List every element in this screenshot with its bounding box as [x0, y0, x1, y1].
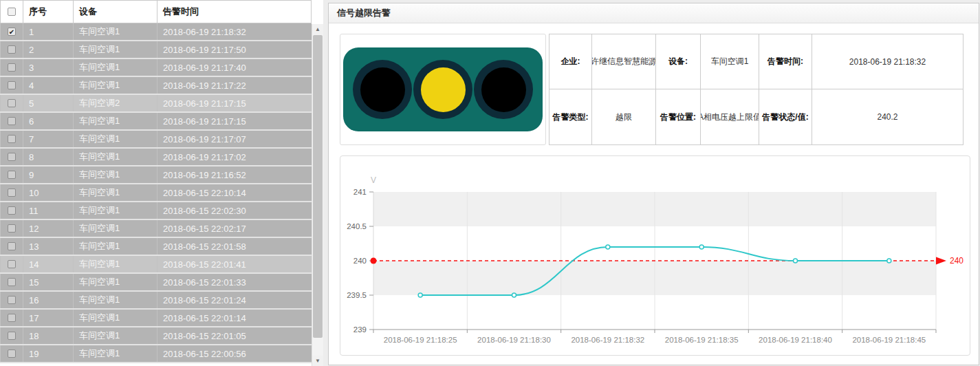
row-checkbox[interactable] [8, 278, 16, 286]
row-checkbox[interactable] [8, 189, 16, 197]
alarm-table-body: ✔ 1 车间空调1 2018-06-19 21:18:32 2 车间空调1 20… [0, 23, 312, 363]
row-device: 车间空调1 [73, 77, 157, 94]
table-row[interactable]: 16 车间空调1 2018-06-15 22:01:24 [0, 292, 312, 310]
info-label: 企业: [549, 34, 592, 89]
column-header-device: 设备 [73, 1, 157, 23]
row-index: 9 [23, 166, 73, 183]
row-index: 14 [23, 256, 73, 272]
row-time: 2018-06-15 22:01:41 [157, 256, 312, 272]
row-index: 7 [23, 131, 73, 147]
table-row[interactable]: 14 车间空调1 2018-06-15 22:01:41 [0, 256, 312, 274]
svg-text:240: 240 [950, 256, 963, 266]
row-time: 2018-06-19 21:17:15 [157, 95, 312, 111]
panel-title: 信号越限告警 [329, 3, 979, 23]
table-row[interactable]: 10 车间空调1 2018-06-15 22:10:14 [0, 184, 312, 202]
table-row[interactable]: 9 车间空调1 2018-06-19 21:16:52 [0, 166, 312, 184]
table-row[interactable]: 8 车间空调1 2018-06-19 21:17:02 [0, 149, 312, 166]
row-time: 2018-06-15 22:10:14 [157, 184, 312, 201]
table-row[interactable]: ✔ 1 车间空调1 2018-06-19 21:18:32 [0, 23, 312, 41]
row-time: 2018-06-19 21:17:07 [157, 131, 312, 147]
row-checkbox[interactable] [8, 99, 16, 107]
table-row[interactable]: 5 车间空调2 2018-06-19 21:17:15 [0, 95, 312, 113]
info-value: 许继信息智慧能源 [592, 34, 656, 89]
row-checkbox[interactable] [8, 224, 16, 233]
row-device: 车间空调1 [73, 274, 157, 290]
row-index: 4 [23, 77, 73, 94]
select-all-checkbox-cell [0, 1, 23, 23]
row-index: 12 [23, 220, 73, 237]
row-checkbox[interactable] [8, 45, 16, 54]
row-time: 2018-06-19 21:17:40 [157, 59, 312, 76]
row-device: 车间空调1 [73, 59, 157, 76]
row-device: 车间空调1 [73, 220, 157, 237]
row-checkbox[interactable] [8, 332, 16, 340]
row-index: 15 [23, 274, 73, 290]
row-index: 11 [23, 202, 73, 219]
scrollbar-thumb[interactable] [313, 35, 323, 338]
row-checkbox[interactable] [8, 296, 16, 304]
alarm-table-header: 序号 设备 告警时间 [0, 0, 312, 23]
table-row[interactable]: 11 车间空调1 2018-06-15 22:02:30 [0, 202, 312, 220]
row-checkbox[interactable] [8, 135, 16, 143]
svg-text:2018-06-19 21:18:35: 2018-06-19 21:18:35 [665, 336, 739, 344]
scroll-up-icon[interactable]: ▲ [312, 24, 323, 34]
row-device: 车间空调1 [73, 345, 157, 362]
svg-text:2018-06-19 21:18:40: 2018-06-19 21:18:40 [759, 336, 832, 344]
info-value: A相电压越上限值 [701, 89, 759, 144]
row-index: 19 [23, 345, 73, 362]
table-row[interactable]: 12 车间空调1 2018-06-15 22:02:17 [0, 220, 312, 238]
alarm-list-panel: 序号 设备 告警时间 ✔ 1 车间空调1 2018-06-19 21:18:32… [0, 0, 323, 366]
row-index: 13 [23, 238, 73, 255]
table-row[interactable]: 15 车间空调1 2018-06-15 22:01:33 [0, 274, 312, 292]
table-row[interactable]: 7 车间空调1 2018-06-19 21:17:07 [0, 131, 312, 149]
row-checkbox[interactable] [8, 314, 16, 322]
row-index: 6 [23, 113, 73, 129]
row-device: 车间空调2 [73, 95, 157, 111]
row-time: 2018-06-15 22:00:56 [157, 345, 312, 362]
row-time: 2018-06-19 21:17:50 [157, 41, 312, 58]
row-checkbox[interactable] [8, 260, 16, 268]
row-time: 2018-06-19 21:16:52 [157, 166, 312, 183]
table-row[interactable]: 4 车间空调1 2018-06-19 21:17:22 [0, 77, 312, 95]
row-checkbox[interactable] [8, 242, 16, 250]
svg-text:239: 239 [353, 325, 367, 334]
lamp-left-icon [353, 60, 412, 119]
row-checkbox[interactable] [8, 206, 16, 215]
row-time: 2018-06-15 22:01:14 [157, 310, 312, 326]
row-time: 2018-06-15 22:01:33 [157, 274, 312, 290]
svg-text:241: 241 [353, 188, 367, 196]
row-checkbox[interactable]: ✔ [8, 28, 16, 36]
alarm-light-box [340, 34, 546, 145]
row-checkbox[interactable] [8, 63, 16, 72]
row-index: 1 [23, 23, 73, 40]
row-index: 16 [23, 292, 73, 308]
table-row[interactable]: 13 车间空调1 2018-06-15 22:01:58 [0, 238, 312, 256]
select-all-checkbox[interactable] [8, 8, 16, 16]
table-row[interactable]: 17 车间空调1 2018-06-15 22:01:14 [0, 310, 312, 327]
column-header-index: 序号 [23, 1, 73, 23]
info-value: 车间空调1 [701, 34, 759, 89]
svg-text:V: V [371, 175, 376, 185]
row-checkbox[interactable] [8, 171, 16, 179]
table-row[interactable]: 6 车间空调1 2018-06-19 21:17:15 [0, 113, 312, 131]
scroll-down-icon[interactable]: ▼ [312, 356, 323, 366]
row-checkbox[interactable] [8, 349, 16, 358]
row-checkbox[interactable] [8, 153, 16, 161]
table-scrollbar[interactable]: ▲ ▼ [312, 24, 323, 366]
alarm-info-table: 企业:许继信息智慧能源设备:车间空调1告警时间:2018-06-19 21:18… [549, 34, 963, 145]
svg-text:240: 240 [353, 257, 367, 265]
row-device: 车间空调1 [73, 292, 157, 308]
row-device: 车间空调1 [73, 202, 157, 219]
row-time: 2018-06-15 22:01:24 [157, 292, 312, 308]
row-device: 车间空调1 [73, 113, 157, 129]
row-checkbox[interactable] [8, 81, 16, 89]
info-label: 告警位置: [656, 89, 701, 144]
table-row[interactable]: 19 车间空调1 2018-06-15 22:00:56 [0, 345, 312, 363]
table-row[interactable]: 18 车间空调1 2018-06-15 22:01:05 [0, 327, 312, 345]
row-index: 8 [23, 149, 73, 165]
table-row[interactable]: 3 车间空调1 2018-06-19 21:17:40 [0, 59, 312, 77]
row-checkbox[interactable] [8, 117, 16, 125]
row-device: 车间空调1 [73, 184, 157, 201]
row-device: 车间空调1 [73, 327, 157, 344]
table-row[interactable]: 2 车间空调1 2018-06-19 21:17:50 [0, 41, 312, 59]
